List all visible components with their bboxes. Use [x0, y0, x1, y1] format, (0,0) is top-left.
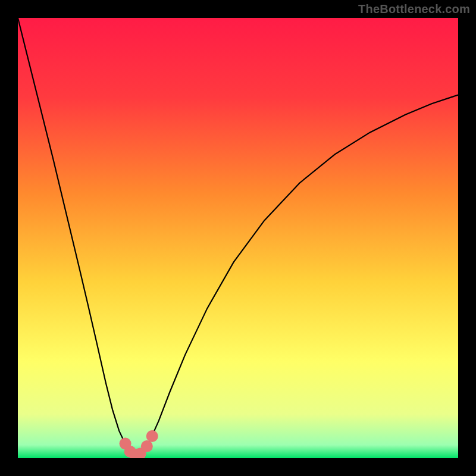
bottleneck-plot [18, 18, 458, 458]
watermark-text: TheBottleneck.com [358, 2, 470, 16]
curve-marker [141, 440, 153, 452]
plot-background [18, 18, 458, 458]
curve-marker [146, 430, 158, 442]
chart-frame: TheBottleneck.com [0, 0, 476, 476]
